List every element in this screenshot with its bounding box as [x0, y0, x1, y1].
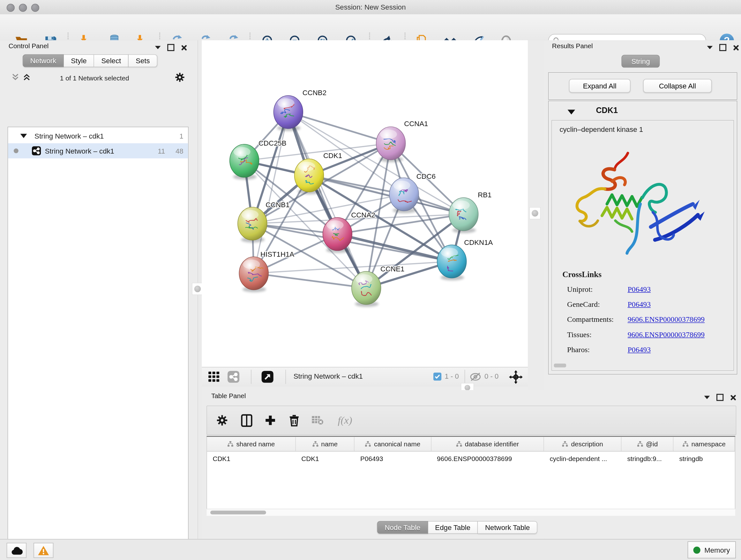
gear-icon[interactable]: [175, 72, 185, 84]
warning-icon: [37, 545, 50, 556]
crosslink-label: GeneCard:: [567, 300, 628, 309]
edge-count: 48: [176, 147, 184, 155]
crosslink-link[interactable]: P06493: [628, 285, 651, 294]
close-panel-icon[interactable]: [730, 395, 736, 400]
network-edge[interactable]: [288, 112, 366, 288]
network-node-ccna1[interactable]: CCNA1: [376, 120, 428, 162]
network-edge[interactable]: [288, 112, 391, 143]
collapse-all-button[interactable]: Collapse All: [643, 79, 712, 92]
memory-button[interactable]: Memory: [688, 542, 736, 558]
node-label: CCNA2: [351, 211, 375, 219]
network-view-toolbar: String Network – cdk1 1 - 0 0 - 0: [202, 367, 528, 387]
node-label: RB1: [478, 191, 491, 199]
show-columns-icon[interactable]: [238, 413, 255, 428]
delete-column-trash-icon[interactable]: [285, 413, 302, 428]
close-panel-icon[interactable]: [181, 45, 187, 51]
open-in-window-icon[interactable]: [261, 371, 274, 384]
selected-checkbox-icon[interactable]: [433, 373, 441, 381]
tab-network-table[interactable]: Network Table: [478, 521, 537, 534]
column-header--id[interactable]: @id: [622, 437, 674, 451]
protein-section: CDK1 cyclin–dependent kinase 1: [548, 101, 737, 374]
fit-content-crosshair-icon[interactable]: [509, 370, 523, 385]
network-overview-share-icon[interactable]: [227, 371, 240, 384]
network-edge[interactable]: [254, 112, 288, 273]
panel-menu-icon[interactable]: [704, 396, 710, 399]
delete-table-icon[interactable]: [309, 413, 326, 428]
protein-description: cyclin–dependent kinase 1: [559, 125, 643, 133]
cloud-button[interactable]: [7, 543, 26, 558]
table-row[interactable]: CDK1CDK1P064939606.ENSP00000378699cyclin…: [207, 451, 735, 466]
control-panel-title: Control Panel: [9, 42, 49, 50]
column-header-shared-name[interactable]: shared name: [207, 437, 296, 451]
crosslink-label: Compartments:: [567, 315, 628, 324]
memory-label: Memory: [704, 546, 730, 554]
warnings-button[interactable]: [33, 543, 53, 558]
tab-edge-table[interactable]: Edge Table: [428, 521, 478, 534]
results-hscroll-thumb[interactable]: [554, 364, 566, 368]
column-header-namespace[interactable]: namespace: [674, 437, 735, 451]
float-panel-icon[interactable]: [167, 44, 174, 51]
column-header-database-identifier[interactable]: database identifier: [431, 437, 544, 451]
table-settings-gear-icon[interactable]: [213, 413, 230, 428]
network-node-ccnb1[interactable]: CCNB1: [238, 201, 290, 243]
network-status-dot: [14, 148, 18, 153]
network-collection-row[interactable]: String Network – cdk1 1: [8, 128, 188, 143]
tab-select[interactable]: Select: [94, 54, 129, 67]
tab-style[interactable]: Style: [64, 54, 94, 67]
crosslink-link[interactable]: 9606.ENSP00000378699: [628, 330, 705, 339]
crosslink-link[interactable]: P06493: [628, 346, 651, 354]
network-row-selected[interactable]: String Network – cdk1 11 48: [8, 143, 188, 159]
collection-expander-icon[interactable]: [20, 133, 27, 138]
crosslink-row: Pharos:P06493: [567, 346, 651, 354]
network-node-cdk1[interactable]: CDK1: [294, 152, 342, 194]
hidden-eye-icon[interactable]: [469, 372, 482, 383]
network-name: String Network – cdk1: [45, 147, 114, 155]
column-header-description[interactable]: description: [544, 437, 622, 451]
section-expander-icon[interactable]: [568, 110, 576, 115]
network-node-cdkn1a[interactable]: CDKN1A: [437, 239, 493, 280]
network-view[interactable]: CCNB2CCNA1CDC25BCDK1CDC6RB1CCNB1CCNA2CDK…: [202, 40, 528, 367]
close-panel-icon[interactable]: [733, 45, 739, 51]
panel-menu-icon[interactable]: [155, 46, 161, 49]
crosslink-link[interactable]: 9606.ENSP00000378699: [628, 315, 705, 324]
birdseye-grid-icon[interactable]: [208, 372, 220, 383]
table-panel-title: Table Panel: [211, 392, 246, 400]
horizontal-splitter[interactable]: [202, 386, 528, 390]
expand-all-button[interactable]: Expand All: [569, 79, 630, 92]
network-node-rb1[interactable]: RB1: [449, 191, 492, 233]
crosslink-row: GeneCard:P06493: [567, 300, 651, 309]
cloud-icon: [10, 546, 23, 555]
panel-menu-icon[interactable]: [707, 46, 713, 49]
crosslink-link[interactable]: P06493: [628, 300, 651, 309]
network-canvas[interactable]: CCNB2CCNA1CDC25BCDK1CDC6RB1CCNB1CCNA2CDK…: [202, 40, 528, 367]
column-header-canonical-name[interactable]: canonical name: [354, 437, 431, 451]
table-hscroll-thumb[interactable]: [210, 510, 266, 514]
table-cell: P06493: [354, 451, 431, 466]
float-panel-icon[interactable]: [717, 394, 724, 401]
add-column-icon[interactable]: [262, 413, 279, 428]
control-panel: Control Panel NetworkStyleSelectSets 1 o…: [0, 40, 198, 539]
column-header-name[interactable]: name: [296, 437, 355, 451]
table-header-row: shared namenamecanonical namedatabase id…: [207, 437, 735, 451]
tab-sets[interactable]: Sets: [129, 54, 157, 67]
network-node-cdc6[interactable]: CDC6: [389, 172, 435, 213]
network-node-ccne1[interactable]: CCNE1: [352, 265, 405, 307]
right-splitter-handle-icon[interactable]: [529, 207, 541, 220]
tab-string[interactable]: String: [621, 55, 660, 68]
tab-network[interactable]: Network: [23, 54, 64, 67]
collection-count: 1: [179, 132, 183, 139]
table-panel: Table Panel f(x) shared n: [202, 390, 741, 539]
toolbar-separator: [465, 370, 465, 384]
crosslink-label: Tissues:: [567, 330, 628, 339]
table-hscrollbar[interactable]: [206, 509, 735, 516]
network-node-ccnb2[interactable]: CCNB2: [273, 89, 327, 131]
tab-node-table[interactable]: Node Table: [377, 521, 428, 534]
network-edge[interactable]: [254, 273, 366, 288]
node-label: CDK1: [323, 152, 342, 160]
selected-counts: 1 - 0: [445, 372, 459, 380]
float-panel-icon[interactable]: [719, 44, 726, 51]
main-toolbar: ?: [0, 14, 741, 41]
function-builder-button[interactable]: f(x): [332, 413, 358, 428]
memory-status-icon: [693, 546, 700, 553]
crosslink-row: Uniprot:P06493: [567, 285, 651, 294]
